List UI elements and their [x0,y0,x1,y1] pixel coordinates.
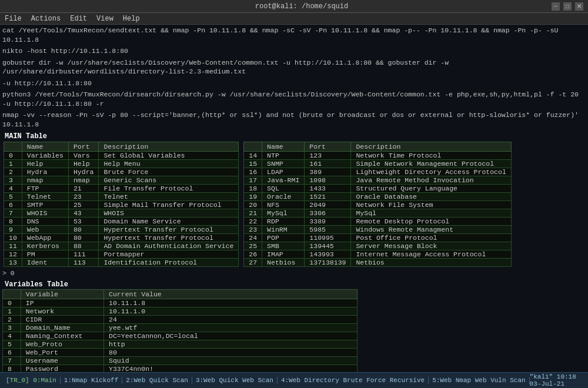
vars-cell: 0 [3,299,21,307]
table-cell: SQL [262,185,305,193]
close-button[interactable]: ✕ [575,2,583,11]
table-row: 16LDAP389Lightweight Directory Access Pr… [244,168,512,176]
table-cell: 23 [68,193,99,201]
table-cell: 1521 [305,193,351,201]
vars-table-body: 0IP10.11.1.81Network10.11.1.02CIDR243Dom… [3,299,358,372]
maximize-button[interactable]: □ [563,2,572,11]
table-row: 21MySql3306MySql [244,209,512,218]
vars-cell: 2 [3,315,21,323]
table-cell: Network Time Protocol [351,152,511,160]
vars-cell: 1 [3,307,21,315]
table-cell: 13 [4,259,22,267]
vars-cell: yee.wtf [104,323,358,332]
table-cell: MySql [351,209,511,218]
table-cell: 113 [68,259,99,267]
table-cell: 5 [4,193,22,201]
table-cell: 21 [68,185,99,193]
table-cell: Lightweight Directory Access Protocol [351,168,511,176]
minimize-button[interactable]: − [552,2,560,11]
table-cell: SNMP [262,160,305,168]
left-col-name: Name [22,142,68,152]
table-cell: 80 [68,234,99,242]
table-cell: 23 [244,226,262,234]
table-row: 0VariablesVarsSet Global Variables [4,152,239,160]
table-cell: 8 [4,218,22,226]
status-tab-2[interactable]: 2:Web Quick Scan [122,377,192,384]
table-cell: Brute Force [99,168,239,176]
table-cell: 15 [244,160,262,168]
vars-cell: 4 [3,332,21,340]
vars-cell: Password [21,364,103,372]
list-item: 2CIDR24 [3,315,358,323]
table-cell: Telnet [99,193,239,201]
table-cell: Java Remote Method Invocation [351,176,511,185]
cmd-text-2: nikto -host http://10.11.1.8:80 [2,47,128,55]
table-cell: Netbios [262,259,305,267]
list-item: 8PasswordY337C4nn0n! [3,364,358,372]
vars-table-section: Variables Table Variable Current Value 0… [0,279,588,372]
table-cell: 2049 [305,201,351,209]
left-col-port: Port [68,142,99,152]
table-cell: DNS [22,218,68,226]
scroll-area[interactable]: cat /Yeet/Tools/TmuxRecon/sendtext.txt &… [0,25,588,372]
menu-help[interactable]: Help [123,15,140,23]
table-cell: 4 [4,185,22,193]
cmd-line-2: nikto -host http://10.11.1.8:80 [0,45,588,57]
table-row: 27Netbios137138139Netbios [244,259,512,267]
vars-cell: http [104,340,358,348]
cmd-line-1: cat /Yeet/Tools/TmuxRecon/sendtext.txt &… [0,25,588,45]
list-item: 1Network10.11.1.0 [3,307,358,315]
table-cell: Simple Mail Transfer Protocol [99,201,239,209]
table-cell: Help [68,160,99,168]
status-tab-1[interactable]: 1:Nmap Kickoff [61,377,122,384]
table-cell: Post Office Protocol [351,234,511,242]
vars-cell: Web_Proto [21,340,103,348]
table-cell: IMAP [262,250,305,259]
right-col-name: Name [262,142,305,152]
table-row: 23WinRM5985Windows Remote Managment [244,226,512,234]
menu-actions[interactable]: Actions [31,15,61,23]
vars-table: Variable Current Value 0IP10.11.1.81Netw… [2,289,358,372]
cmd-line-4: -u http://10.11.1.8:80 [0,78,588,89]
status-tab-3[interactable]: 3:Web Quick Web Scan [192,377,278,384]
table-cell: 26 [244,250,262,259]
vars-table-label: Variables Table [2,280,586,289]
table-cell: 11 [4,242,22,250]
table-cell: Internet Message Access Protocol [351,250,511,259]
cmd-line-3: gobuster dir -w /usr/share/seclists/Disc… [0,57,588,78]
table-cell: NTP [262,152,305,160]
menu-file[interactable]: File [5,15,22,23]
status-tab-5[interactable]: 5:Web Nmap Web Vuln Scan [429,377,529,384]
vars-cell: Y337C4nn0n! [104,364,358,372]
window-controls[interactable]: − □ ✕ [552,2,583,11]
table-cell: 123 [305,152,351,160]
table-cell: 0 [4,152,22,160]
table-cell: 389 [305,168,351,176]
terminal-body: cat /Yeet/Tools/TmuxRecon/sendtext.txt &… [0,25,588,372]
table-cell: Identification Protocol [99,259,239,267]
cmd-text-4: -u http://10.11.1.8:80 [2,79,92,87]
table-row: 24POP110995Post Office Protocol [244,234,512,242]
status-tab-4[interactable]: 4:Web Directory Brute Force Recursive [278,377,429,384]
cmd-line-5: python3 /Yeet/Tools/TmuxRecon/dirsearch/… [0,89,588,109]
cmd-text-6: nmap -vv --reason -Pn -sV -p 80 --script… [2,111,579,128]
table-cell: POP [262,234,305,242]
table-cell: 110995 [305,234,351,242]
list-item: 7UsernameSquid [3,356,358,364]
table-cell: Server Message Block [351,242,511,250]
table-cell: Netbios [351,259,511,267]
cmd-line-6: nmap -vv --reason -Pn -sV -p 80 --script… [0,109,588,130]
right-table-body: 14NTP123Network Time Protocol15SNMP161Si… [244,152,512,267]
menu-view[interactable]: View [96,15,113,23]
table-cell: Structured Query Language [351,185,511,193]
table-cell: 1098 [305,176,351,185]
table-row: 6SMTP25Simple Mail Transfer Protocol [4,201,239,209]
vars-col-value: Current Value [104,289,358,299]
table-container: Name Port Description 0VariablesVarsSet … [2,142,586,267]
list-item: 6Web_Port80 [3,348,358,356]
menu-edit[interactable]: Edit [70,15,87,23]
table-cell: Oracle [262,193,305,201]
vars-cell: 3 [3,323,21,332]
table-cell: 7 [4,209,22,218]
table-row: 10WebApp80Hypertext Transfer Protocol [4,234,239,242]
